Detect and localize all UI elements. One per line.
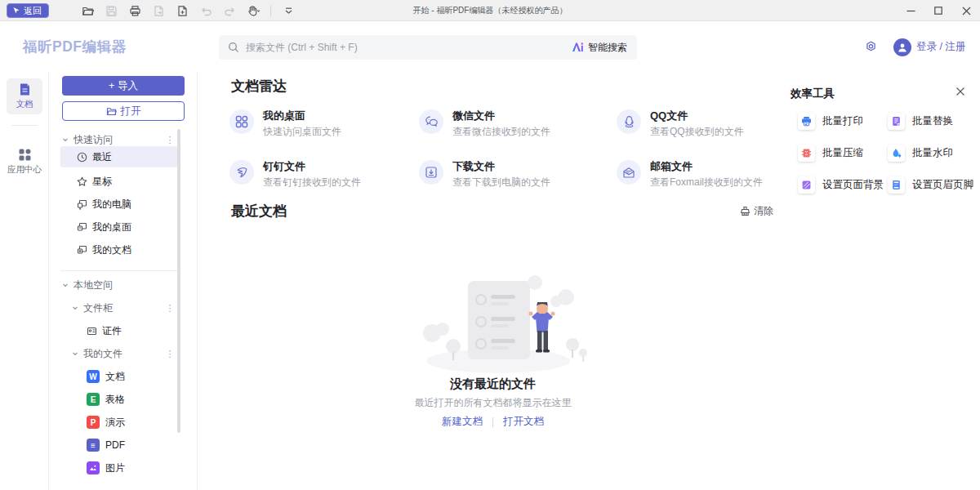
tool-batch-replace[interactable]: 批量替换 [888, 113, 953, 130]
open-folder-icon[interactable] [81, 4, 94, 17]
rail-item-app-center[interactable]: 应用中心 [7, 144, 42, 180]
card-title: 下载文件 [452, 160, 550, 172]
open-button[interactable]: 打开 [62, 101, 185, 121]
group-my-files[interactable]: 我的文件 ⋮ [49, 345, 198, 363]
rail-app-center-label: 应用中心 [7, 164, 42, 176]
word-docs-label: 文档 [105, 370, 125, 384]
rail-item-documents[interactable]: 文档 [7, 78, 42, 114]
toolbar-separator [270, 6, 271, 16]
radar-card-downloads[interactable]: 下载文件 查看下载到电脑的文件 [419, 160, 595, 188]
tools-close-icon[interactable] [956, 87, 965, 96]
dingtalk-icon [229, 160, 254, 185]
nav-item-my-desktop[interactable]: 我的桌面 [49, 218, 198, 236]
group-cabinet[interactable]: 文件柜 ⋮ [49, 299, 198, 317]
nav-item-sheets[interactable]: E 表格 [49, 390, 198, 408]
link-divider [492, 417, 493, 427]
app-grid-icon [18, 148, 32, 162]
app-logo: 福昕PDF编辑器 [23, 22, 127, 72]
close-button[interactable] [952, 0, 980, 21]
ai-search-button[interactable]: 智能搜索 [571, 41, 627, 55]
left-rail: 文档 应用中心 [0, 72, 49, 490]
nav-item-slides[interactable]: P 演示 [49, 413, 198, 431]
radar-card-qq[interactable]: QQ文件 查看QQ接收到的文件 [617, 109, 792, 137]
radar-card-wechat[interactable]: 微信文件 查看微信接收到的文件 [419, 109, 595, 137]
empty-state-illustration [412, 271, 588, 376]
back-button[interactable]: 返回 [7, 3, 49, 18]
sheet-icon: E [87, 393, 100, 406]
id-card-icon [87, 326, 97, 336]
new-file-icon[interactable] [176, 4, 189, 17]
radar-card-dingtalk[interactable]: 钉钉文件 查看钉钉接收到的文件 [229, 160, 405, 188]
wechat-icon [419, 109, 443, 134]
desktop-icon [77, 222, 87, 233]
hand-tool-icon[interactable] [247, 4, 260, 17]
search-input[interactable] [246, 42, 571, 53]
nav-item-my-documents[interactable]: 我的文档 [49, 241, 198, 259]
clock-icon [77, 152, 87, 163]
maximize-button[interactable] [924, 0, 952, 21]
nav-item-my-computer[interactable]: 我的电脑 [49, 195, 198, 213]
back-label: 返回 [24, 5, 42, 17]
pdf-icon: ≡ [87, 439, 100, 452]
nav-item-recent[interactable]: 最近 [49, 148, 198, 166]
open-folder-small-icon [106, 106, 117, 117]
search-bar[interactable]: 智能搜索 [219, 35, 637, 60]
collapse-ribbon-icon[interactable] [282, 4, 295, 17]
chevron-down-icon [62, 282, 69, 288]
word-doc-icon: W [87, 370, 100, 383]
my-documents-label: 我的文档 [92, 243, 131, 257]
new-document-link[interactable]: 新建文档 [442, 415, 483, 429]
empty-state-desc: 最近打开的所有文档都将显示在这里 [198, 396, 788, 410]
batch-replace-icon [888, 113, 905, 130]
nav-item-starred[interactable]: 星标 [49, 172, 198, 190]
radar-card-mail[interactable]: 邮箱文件 查看Foxmail接收到的文件 [617, 160, 792, 188]
search-icon [228, 42, 239, 53]
rail-divider [11, 125, 38, 126]
ai-logo-icon [571, 42, 584, 53]
slide-icon: P [87, 416, 100, 429]
local-space-label: 本地空间 [74, 278, 113, 292]
star-icon [77, 176, 87, 187]
tool-batch-compress[interactable]: 批量压缩 [798, 145, 863, 162]
convert-file-icon[interactable] [152, 4, 165, 17]
card-title: QQ文件 [650, 109, 744, 122]
group-local-space[interactable]: 本地空间 [49, 276, 198, 294]
login-register-link[interactable]: 登录 / 注册 [916, 22, 965, 72]
nav-item-pdf[interactable]: ≡ PDF [49, 436, 198, 454]
tool-label: 批量水印 [912, 146, 953, 160]
tool-label: 批量替换 [912, 114, 953, 128]
print-icon[interactable] [128, 4, 141, 17]
minimize-button[interactable] [897, 0, 924, 21]
tool-batch-print[interactable]: 批量打印 [798, 113, 863, 130]
group-menu-icon[interactable]: ⋮ [165, 345, 175, 363]
card-desc: 查看Foxmail接收到的文件 [650, 176, 763, 189]
tool-batch-watermark[interactable]: 批量水印 [888, 145, 953, 162]
page-background-icon [798, 176, 815, 194]
card-title: 我的桌面 [263, 109, 341, 122]
clear-label: 清除 [754, 204, 773, 218]
rail-documents-label: 文档 [16, 99, 33, 110]
clear-recent-button[interactable]: 清除 [740, 204, 773, 218]
redo-icon[interactable] [223, 4, 236, 17]
tool-header-footer[interactable]: 设置页眉页脚 [888, 176, 973, 194]
undo-icon[interactable] [199, 4, 212, 17]
nav-divider [60, 270, 178, 271]
avatar[interactable] [893, 38, 911, 56]
import-button[interactable]: + 导入 [62, 76, 185, 96]
batch-compress-icon [798, 145, 815, 162]
nav-item-images[interactable]: 图片 [49, 459, 198, 477]
tool-label: 批量压缩 [822, 146, 863, 160]
save-icon[interactable] [105, 4, 118, 17]
open-document-link[interactable]: 打开文档 [503, 415, 544, 429]
import-label: + 导入 [109, 79, 138, 93]
window-controls [897, 0, 980, 21]
id-cards-label: 证件 [102, 324, 122, 338]
settings-gear-icon[interactable] [865, 41, 877, 53]
nav-scrollbar-thumb[interactable] [177, 129, 180, 433]
group-menu-icon[interactable]: ⋮ [165, 299, 175, 317]
nav-item-word-docs[interactable]: W 文档 [49, 368, 198, 385]
tool-page-background[interactable]: 设置页面背景 [798, 176, 884, 194]
my-computer-label: 我的电脑 [92, 198, 131, 212]
nav-item-id-cards[interactable]: 证件 [49, 322, 198, 340]
radar-card-desktop[interactable]: 我的桌面 快速访问桌面文件 [229, 109, 405, 137]
